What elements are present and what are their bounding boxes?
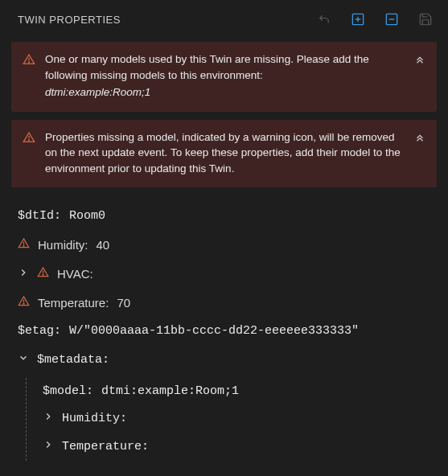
property-key: $model: <box>43 384 93 398</box>
property-key: $metadata: <box>37 353 109 367</box>
metadata-humidity: Humidity: <box>43 404 434 433</box>
property-dtid: $dtId: Room0 <box>18 202 434 230</box>
svg-point-10 <box>23 246 24 247</box>
collapse-all-button[interactable] <box>382 10 401 29</box>
undo-icon <box>317 12 331 27</box>
save-icon <box>418 12 433 27</box>
property-key: HVAC: <box>57 267 93 281</box>
chevron-right-icon <box>43 411 54 422</box>
panel-title: TWIN PROPERTIES <box>18 14 121 26</box>
alert-collapse-button[interactable] <box>414 131 425 146</box>
alert-line2: dtmi:example:Room;1 <box>45 84 405 101</box>
alert-missing-models: One or many models used by this Twin are… <box>11 42 437 112</box>
svg-point-8 <box>28 139 29 140</box>
undo-button[interactable] <box>314 10 334 29</box>
property-value: dtmi:example:Room;1 <box>101 384 239 398</box>
warning-icon <box>18 237 30 252</box>
collapse-icon <box>384 11 400 27</box>
metadata-temperature: Temperature: <box>43 433 434 461</box>
warning-icon <box>23 131 35 147</box>
expand-toggle[interactable] <box>43 411 54 426</box>
alert-text: One or many models used by this Twin are… <box>45 51 405 101</box>
svg-point-6 <box>28 62 29 63</box>
twin-properties-panel: TWIN PROPERTIES One or many models used … <box>0 0 448 476</box>
metadata-children: $model: dtmi:example:Room;1 Humidity: Te… <box>26 378 434 461</box>
expand-icon <box>350 11 366 27</box>
chevron-double-up-icon <box>414 131 425 142</box>
metadata-model: $model: dtmi:example:Room;1 <box>43 378 434 404</box>
property-value: Room0 <box>69 209 105 223</box>
alert-collapse-button[interactable] <box>414 53 425 68</box>
chevron-double-up-icon <box>414 53 425 64</box>
property-value: 40 <box>97 238 110 252</box>
properties-list: $dtId: Room0 Humidity: 40 HVAC: Temperat… <box>0 195 448 461</box>
property-key: Humidity: <box>62 412 127 425</box>
expand-toggle[interactable] <box>18 267 29 281</box>
chevron-right-icon <box>18 267 29 278</box>
property-value: W/"0000aaaa-11bb-cccc-dd22-eeeeee333333" <box>69 324 359 338</box>
alerts-container: One or many models used by this Twin are… <box>0 39 448 187</box>
property-metadata: $metadata: <box>18 345 434 375</box>
property-key: $dtId: <box>18 209 61 223</box>
alert-line1: One or many models used by this Twin are… <box>45 51 405 83</box>
warning-icon <box>23 53 35 69</box>
expand-toggle[interactable] <box>18 352 29 367</box>
property-humidity: Humidity: 40 <box>18 230 434 259</box>
property-temperature: Temperature: 70 <box>18 288 434 317</box>
save-button[interactable] <box>416 10 435 29</box>
property-key: Temperature: <box>62 440 149 453</box>
panel-header: TWIN PROPERTIES <box>0 0 448 39</box>
chevron-down-icon <box>18 352 29 363</box>
property-key: Humidity: <box>38 238 88 252</box>
property-hvac: HVAC: <box>18 259 434 288</box>
svg-point-14 <box>23 304 24 305</box>
property-etag: $etag: W/"0000aaaa-11bb-cccc-dd22-eeeeee… <box>18 317 434 345</box>
chevron-right-icon <box>43 439 54 450</box>
alert-text: Properties missing a model, indicated by… <box>45 129 405 177</box>
warning-icon <box>18 295 30 310</box>
property-key: $etag: <box>18 324 61 338</box>
property-value: 70 <box>117 296 130 310</box>
warning-icon <box>37 266 49 281</box>
toolbar <box>314 10 435 29</box>
alert-missing-properties: Properties missing a model, indicated by… <box>11 120 437 188</box>
property-key: Temperature: <box>38 296 109 310</box>
svg-point-12 <box>43 275 43 276</box>
expand-toggle[interactable] <box>43 439 54 454</box>
expand-all-button[interactable] <box>348 10 368 29</box>
